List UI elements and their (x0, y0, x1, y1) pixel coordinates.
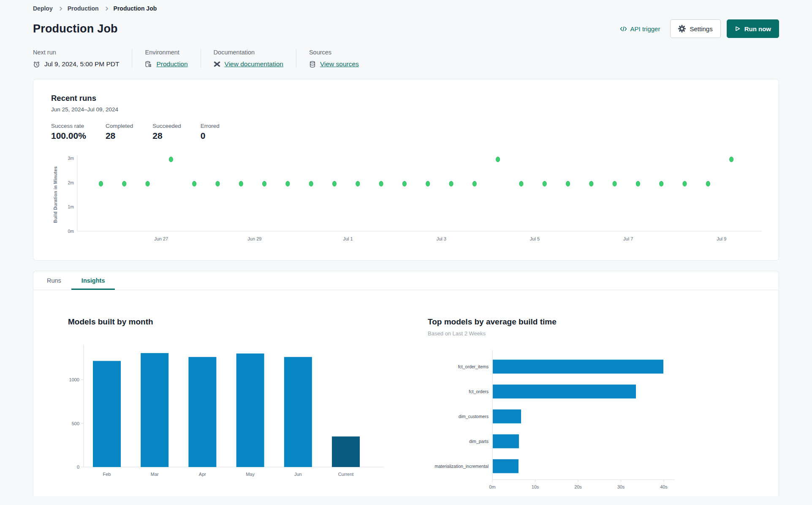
header-actions: API trigger (620, 19, 779, 38)
run-now-button[interactable]: Run now (727, 19, 779, 38)
stat-success-rate: Success rate 100.00% (51, 123, 86, 141)
svg-text:20s: 20s (574, 484, 582, 489)
view-sources-link[interactable]: View sources (320, 60, 359, 68)
svg-text:0m: 0m (489, 484, 495, 489)
svg-text:Jun 29: Jun 29 (247, 236, 261, 241)
svg-text:Jul 3: Jul 3 (437, 236, 446, 241)
database-icon (309, 61, 316, 68)
gear-icon (678, 25, 686, 32)
meta-sources: Sources View sources (296, 49, 372, 68)
play-icon (735, 26, 741, 32)
sources-label: Sources (309, 49, 359, 56)
job-meta-row: Next run Jul 9, 2024, 5:00 PM PDT Enviro… (33, 49, 779, 68)
svg-text:10s: 10s (532, 484, 539, 489)
stat-completed: Completed 28 (106, 123, 133, 141)
api-trigger-link[interactable]: API trigger (620, 25, 660, 32)
svg-text:30s: 30s (617, 484, 625, 489)
header: Production Job API trigger (33, 19, 779, 38)
breadcrumb: Deploy Production Production Job (33, 5, 779, 12)
svg-text:dim_parts: dim_parts (469, 439, 489, 444)
breadcrumb-deploy[interactable]: Deploy (33, 5, 53, 12)
documentation-label: Documentation (214, 49, 283, 56)
svg-text:Mar: Mar (151, 472, 159, 477)
api-trigger-label: API trigger (630, 25, 660, 32)
tab-runs[interactable]: Runs (37, 271, 71, 290)
chevron-right-icon (104, 6, 108, 11)
recent-runs-card: Recent runs Jun 25, 2024–Jul 09, 2024 Su… (33, 79, 779, 261)
svg-text:materialization_incremental: materialization_incremental (435, 464, 489, 469)
settings-label: Settings (690, 25, 712, 32)
breadcrumb-production[interactable]: Production (68, 5, 99, 12)
svg-text:Jun: Jun (294, 472, 302, 477)
svg-text:1m: 1m (68, 204, 74, 209)
next-run-value: Jul 9, 2024, 5:00 PM PDT (44, 60, 119, 68)
code-icon (620, 26, 627, 32)
svg-text:2m: 2m (68, 180, 74, 185)
run-now-label: Run now (744, 25, 771, 32)
recent-runs-title: Recent runs (51, 94, 761, 103)
stat-succeeded: Succeeded 28 (152, 123, 181, 141)
breadcrumb-current: Production Job (114, 5, 157, 12)
svg-text:fct_order_items: fct_order_items (458, 364, 489, 369)
stat-errored: Errored 0 (201, 123, 220, 141)
chevron-right-icon (58, 6, 62, 11)
svg-text:Jul 1: Jul 1 (343, 236, 353, 241)
build-duration-chart: 0m1m2m3mBuild Duration in MinutesJun 27J… (51, 150, 761, 249)
meta-next-run: Next run Jul 9, 2024, 5:00 PM PDT (33, 49, 132, 68)
svg-text:Jun 27: Jun 27 (154, 236, 168, 241)
svg-text:dim_customers: dim_customers (459, 414, 489, 419)
svg-text:Jul 9: Jul 9 (717, 236, 726, 241)
page-title: Production Job (33, 22, 118, 35)
top-models-subtitle: Based on Last 2 Weeks (428, 330, 723, 337)
dbt-docs-icon (214, 61, 220, 67)
svg-text:Jul 5: Jul 5 (530, 236, 540, 241)
build-duration-scatter-svg: 0m1m2m3mBuild Duration in MinutesJun 27J… (51, 150, 762, 249)
svg-text:40s: 40s (660, 484, 668, 489)
svg-text:1000: 1000 (69, 377, 79, 382)
view-documentation-link[interactable]: View documentation (225, 60, 283, 68)
svg-text:3m: 3m (68, 156, 74, 161)
recent-runs-stats: Success rate 100.00% Completed 28 Succee… (51, 123, 761, 141)
top-models-block: Top models by average build time Based o… (428, 317, 723, 496)
models-by-month-title: Models built by month (68, 317, 389, 327)
page: Deploy Production Production Job Product… (0, 0, 812, 496)
models-by-month-bar-svg: 05001000FebMarAprMayJunCurrent (68, 338, 389, 484)
top-models-title: Top models by average build time (428, 317, 723, 327)
svg-text:0: 0 (77, 464, 79, 470)
meta-environment: Environment Production (132, 49, 200, 68)
environment-link[interactable]: Production (156, 60, 187, 68)
meta-documentation: Documentation View documentation (201, 49, 296, 68)
svg-text:fct_orders: fct_orders (469, 389, 489, 394)
svg-text:Build Duration in Minutes: Build Duration in Minutes (53, 166, 58, 223)
settings-button[interactable]: Settings (670, 19, 720, 38)
svg-text:Feb: Feb (103, 472, 111, 477)
recent-runs-date-range: Jun 25, 2024–Jul 09, 2024 (51, 106, 761, 113)
top-models-hbar-svg: 0m10s20s30s40sfct_order_itemsfct_ordersd… (428, 342, 723, 496)
svg-text:Jul 7: Jul 7 (623, 236, 633, 241)
svg-text:0m: 0m (68, 229, 74, 234)
svg-text:May: May (246, 472, 255, 477)
models-by-month-block: Models built by month 05001000FebMarAprM… (68, 317, 389, 496)
environment-label: Environment (145, 49, 187, 56)
svg-text:Current: Current (338, 472, 354, 477)
tab-bar: Runs Insights (33, 271, 779, 290)
next-run-label: Next run (33, 49, 119, 56)
environment-icon (145, 61, 152, 68)
alarm-clock-icon (33, 61, 40, 68)
tab-insights[interactable]: Insights (71, 271, 115, 290)
insights-card: Runs Insights Models built by month 0500… (33, 271, 779, 496)
insights-body: Models built by month 05001000FebMarAprM… (33, 290, 779, 496)
svg-text:Apr: Apr (199, 472, 206, 477)
svg-text:500: 500 (72, 421, 79, 426)
